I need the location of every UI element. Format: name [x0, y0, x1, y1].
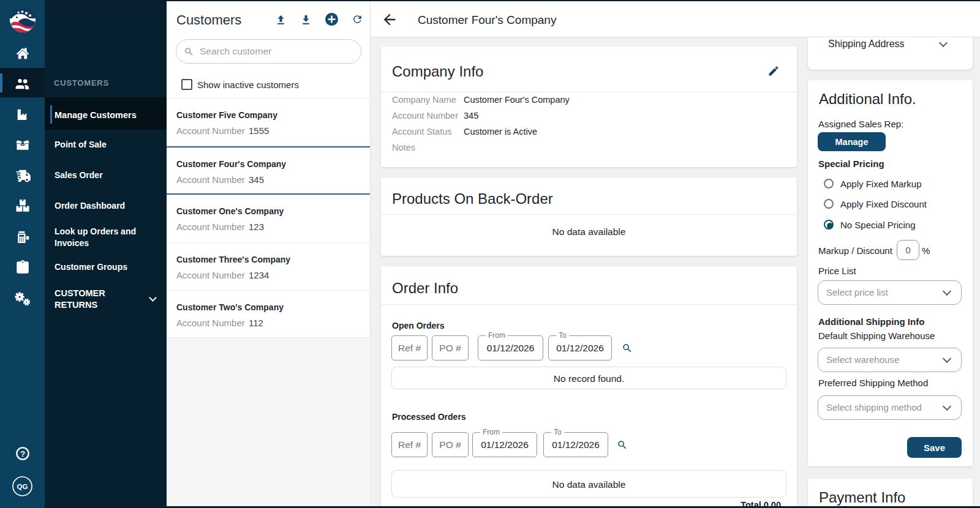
svg-text:?: ? — [20, 449, 24, 458]
svg-text:QG: QG — [17, 483, 28, 490]
